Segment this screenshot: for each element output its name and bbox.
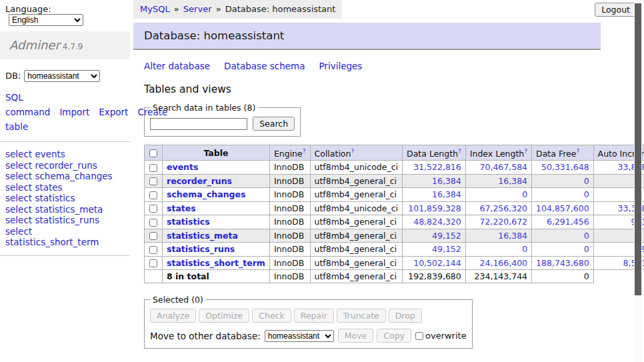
link-database-schema[interactable]: Database schema	[224, 61, 305, 71]
column-help-icon[interactable]: ?	[351, 148, 354, 155]
table-row-events: eventsInnoDButf8mb4_unicode_ci31,522,816…	[145, 161, 644, 175]
data-free-link[interactable]: 50,331,648	[541, 162, 589, 172]
sidebar-select-statistics[interactable]: select statistics	[5, 193, 125, 203]
row-checkbox[interactable]	[149, 219, 157, 227]
sidebar-select-events[interactable]: select events	[5, 149, 125, 159]
data-free-link[interactable]: 0	[584, 231, 589, 241]
column-help-icon[interactable]: ?	[458, 148, 461, 155]
table-link-statistics_short_term[interactable]: statistics_short_term	[167, 258, 265, 268]
column-help-icon[interactable]: ?	[303, 148, 306, 155]
sidebar-action-export[interactable]: Export	[99, 107, 128, 117]
collation-cell: utf8mb4_unicode_ci	[310, 161, 403, 175]
engine-cell: InnoDB	[269, 215, 310, 229]
collation-cell: utf8mb4_general_ci	[310, 188, 403, 202]
analyze-button[interactable]: Analyze	[150, 309, 196, 323]
data-length-link[interactable]: 49,152	[432, 244, 461, 254]
db-select[interactable]: homeassistant	[24, 70, 100, 82]
table-link-states[interactable]: states	[167, 203, 196, 213]
data-length-link[interactable]: 48,824,320	[413, 217, 461, 227]
sidebar: Language:English Adminer4.7.9 DB:homeass…	[0, 0, 130, 263]
index-length-link[interactable]: 0	[522, 244, 527, 254]
data-length-link[interactable]: 10,502,144	[413, 258, 461, 268]
table-row-statistics_short_term: statistics_short_termInnoDButf8mb4_gener…	[145, 256, 644, 270]
breadcrumb-link-mysql[interactable]: MySQL	[140, 4, 170, 14]
search-button[interactable]: Search	[253, 117, 295, 131]
total-collation: utf8mb4_general_ci	[310, 270, 403, 283]
table-link-schema_changes[interactable]: schema_changes	[167, 189, 245, 199]
row-checkbox[interactable]	[149, 164, 157, 172]
scrollbar-thumb[interactable]	[635, 3, 641, 295]
link-privileges[interactable]: Privileges	[319, 61, 362, 71]
brand-name: Adminer	[9, 38, 60, 52]
index-length-link[interactable]: 16,384	[498, 231, 527, 241]
link-alter-database[interactable]: Alter database	[144, 61, 210, 71]
sidebar-action-sql-command[interactable]: SQL command	[5, 92, 50, 117]
engine-cell: InnoDB	[269, 256, 310, 270]
column-help-icon[interactable]: ?	[524, 148, 527, 155]
column-help-icon[interactable]: ?	[576, 148, 579, 155]
table-link-events[interactable]: events	[167, 162, 198, 172]
row-checkbox[interactable]	[149, 191, 157, 199]
engine-cell: InnoDB	[269, 188, 310, 202]
move-row: Move to other database: homeassistant Mo…	[150, 329, 467, 343]
row-checkbox[interactable]	[149, 232, 157, 240]
table-link-recorder_runs[interactable]: recorder_runs	[167, 176, 232, 186]
logout-button[interactable]: Logout	[595, 3, 637, 17]
data-free-link[interactable]: 104,857,600	[536, 203, 589, 213]
truncate-button[interactable]: Truncate	[337, 309, 386, 323]
select-all-cell	[145, 145, 163, 161]
select-all-checkbox[interactable]	[149, 149, 157, 157]
table-link-statistics[interactable]: statistics	[167, 217, 210, 227]
data-free-link[interactable]: 0	[584, 176, 589, 186]
db-label: DB:	[5, 71, 21, 81]
table-link-statistics_meta[interactable]: statistics_meta	[167, 231, 238, 241]
move-buttons: MoveCopy	[338, 329, 415, 343]
language-select[interactable]: English	[9, 14, 83, 26]
table-row-states: statesInnoDButf8mb4_unicode_ci101,859,32…	[145, 201, 644, 215]
data-length-link[interactable]: 49,152	[432, 231, 461, 241]
row-checkbox[interactable]	[149, 246, 157, 254]
collation-cell: utf8mb4_unicode_ci	[310, 201, 403, 215]
table-link-statistics_runs[interactable]: statistics_runs	[167, 244, 235, 254]
sidebar-select-statistics-short-term[interactable]: select statistics_short_term	[5, 226, 125, 248]
sidebar-select-states[interactable]: select states	[5, 182, 125, 193]
sidebar-action-import[interactable]: Import	[59, 107, 89, 117]
optimize-button[interactable]: Optimize	[199, 309, 249, 323]
check-button[interactable]: Check	[252, 309, 291, 323]
selected-buttons: AnalyzeOptimizeCheckRepairTruncateDrop	[150, 309, 467, 323]
move-button[interactable]: Move	[338, 329, 374, 343]
data-length-link[interactable]: 16,384	[432, 189, 461, 199]
breadcrumb-link-server[interactable]: Server	[183, 4, 212, 14]
index-length-link[interactable]: 16,384	[498, 176, 527, 186]
data-free-link[interactable]: 0	[584, 189, 589, 199]
search-input[interactable]	[150, 118, 247, 130]
drop-button[interactable]: Drop	[389, 309, 422, 323]
selected-fieldset: Selected (0) AnalyzeOptimizeCheckRepairT…	[144, 295, 473, 349]
move-database-select[interactable]: homeassistant	[265, 330, 334, 342]
data-free-link[interactable]: 188,743,680	[536, 258, 589, 268]
overwrite-checkbox[interactable]	[415, 332, 423, 340]
index-length-link[interactable]: 70,467,584	[480, 162, 528, 172]
adminer-brand: Adminer4.7.9	[0, 31, 130, 59]
copy-button[interactable]: Copy	[377, 329, 411, 343]
index-length-link[interactable]: 72,220,672	[480, 217, 528, 227]
data-length-link[interactable]: 16,384	[432, 176, 461, 186]
engine-cell: InnoDB	[269, 229, 310, 243]
row-checkbox[interactable]	[149, 177, 157, 185]
index-length-link[interactable]: 0	[522, 189, 527, 199]
data-free-link[interactable]: 0	[584, 244, 589, 254]
sidebar-select-statistics-meta[interactable]: select statistics_meta	[5, 204, 125, 215]
row-checkbox[interactable]	[149, 259, 157, 267]
index-length-link[interactable]: 24,166,400	[480, 258, 528, 268]
move-label: Move to other database:	[150, 331, 261, 341]
column-header-table: Table	[163, 145, 270, 161]
sidebar-select-statistics-runs[interactable]: select statistics_runs	[5, 215, 125, 225]
index-length-link[interactable]: 67,256,320	[480, 203, 528, 213]
sidebar-select-schema-changes[interactable]: select schema_changes	[5, 171, 125, 181]
repair-button[interactable]: Repair	[294, 309, 334, 323]
data-length-link[interactable]: 31,522,816	[413, 162, 461, 172]
sidebar-select-recorder-runs[interactable]: select recorder_runs	[5, 160, 125, 171]
data-free-link[interactable]: 6,291,456	[547, 217, 589, 227]
row-checkbox[interactable]	[149, 205, 157, 213]
data-length-link[interactable]: 101,859,328	[408, 203, 461, 213]
